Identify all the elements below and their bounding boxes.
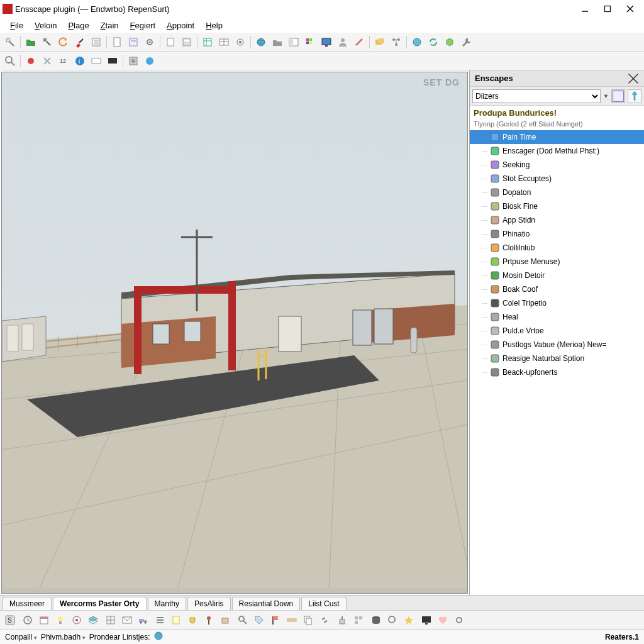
scene-tab[interactable]: Wercorms Paster Orty (53, 597, 147, 610)
tool-disk-icon[interactable] (126, 53, 141, 69)
tree-item[interactable]: ⋯ Beack-upfonerts (470, 365, 644, 379)
tool-layout-icon[interactable] (286, 35, 301, 50)
tool-screen-icon[interactable] (105, 53, 120, 69)
btool-zoom2-icon[interactable] (385, 613, 400, 628)
scene-tab[interactable]: PesAliris (187, 597, 231, 610)
btool-tag-icon[interactable] (252, 613, 267, 628)
tree-item[interactable]: ⋯ Puld.e Vrtoe (470, 324, 644, 338)
tree-item[interactable]: ⋯ Prtpuse Menuse) (470, 255, 644, 269)
menu-file[interactable]: File (5, 19, 28, 31)
menu-appoint[interactable]: Appoint (162, 19, 199, 31)
tool-undo-icon[interactable] (56, 35, 71, 50)
btool-copy-icon[interactable] (301, 613, 316, 628)
tool-page-icon[interactable] (163, 35, 178, 50)
tool-screws-icon[interactable] (40, 53, 55, 69)
btool-monitor2-icon[interactable] (419, 613, 434, 628)
btool-link-icon[interactable] (317, 613, 332, 628)
tool-form-icon[interactable] (126, 35, 141, 50)
btool-flag-icon[interactable] (268, 613, 283, 628)
scene-tab[interactable]: Liist Cust (301, 597, 346, 610)
scene-tab[interactable]: Manthy (148, 597, 186, 610)
maximize-button[interactable] (596, 1, 619, 16)
close-button[interactable] (619, 1, 641, 16)
minimize-button[interactable] (574, 1, 596, 16)
tool-gear-icon[interactable] (142, 35, 157, 50)
panel-dropdown[interactable]: Diizers (472, 89, 601, 103)
tool-folders-icon[interactable] (372, 35, 387, 50)
menu-help[interactable]: Help (201, 19, 228, 31)
btool-star-icon[interactable] (401, 613, 416, 628)
dropdown-extra-icon[interactable]: ▼ (603, 93, 609, 99)
btool-target-icon[interactable] (69, 613, 84, 628)
btool-cal-icon[interactable] (36, 613, 52, 628)
tree-item[interactable]: ⋯ Phinatio (470, 227, 644, 241)
btool-note-icon[interactable] (169, 613, 184, 628)
btool-mail-icon[interactable] (119, 613, 135, 628)
tool-brush-icon[interactable] (72, 35, 87, 50)
panel-close-button[interactable] (628, 73, 639, 84)
menu-fegiert[interactable]: Fegiert (125, 19, 160, 31)
tree-item[interactable]: ⋯ Heal (470, 310, 644, 324)
menu-veloin[interactable]: Veloin (30, 19, 62, 31)
btool-db-icon[interactable] (369, 613, 384, 628)
btool-layers-icon[interactable] (86, 613, 101, 628)
btool-grid-icon[interactable] (103, 613, 118, 628)
tool-sync-icon[interactable] (442, 35, 457, 50)
status-field-2[interactable]: Phivm.badh (41, 633, 86, 641)
tree-item[interactable]: ⋯ Biosk Fine (470, 199, 644, 213)
tree-item[interactable]: ⋯ Pustlogs Vabue (Merioa) New= (470, 338, 644, 352)
tree-item[interactable]: ⋯ Boak Coof (470, 282, 644, 296)
btool-station-icon[interactable] (335, 613, 350, 628)
tool-settings-icon[interactable] (233, 35, 248, 50)
tool-key-icon[interactable] (3, 35, 18, 50)
tree-item[interactable]: ⋯ Enscager (Dod Methul Phst:) (470, 144, 644, 158)
btool-light-icon[interactable] (53, 613, 68, 628)
3d-viewport[interactable]: SET DG (1, 72, 468, 594)
tool-open-icon[interactable] (23, 35, 38, 50)
tree-item[interactable]: ⋯ Pain Time (470, 130, 644, 144)
menu-ztain[interactable]: Ztain (96, 19, 124, 31)
btool-batch-icon[interactable] (351, 613, 366, 628)
btool-clock-icon[interactable] (20, 613, 35, 628)
tool-template-icon[interactable] (179, 35, 194, 50)
tool-globe-icon[interactable] (253, 35, 269, 50)
tool-monitor-icon[interactable] (319, 35, 334, 50)
tool-numbers-icon[interactable]: 12 (56, 53, 71, 69)
btool-pin-icon[interactable] (201, 613, 216, 628)
panel-btn-pin-icon[interactable] (628, 89, 641, 103)
panel-btn-view-icon[interactable] (611, 89, 625, 103)
tool-search-icon[interactable] (3, 53, 18, 69)
tree-item[interactable]: ⋯ Reasige Naturbal Sption (470, 352, 644, 365)
tree-item[interactable]: ⋯ Colel Tripetio (470, 296, 644, 310)
tool-record-icon[interactable] (23, 53, 38, 69)
status-globe-icon[interactable] (154, 631, 163, 642)
btool-s-icon[interactable]: S (3, 613, 18, 628)
tool-refresh-icon[interactable] (426, 35, 441, 50)
status-field-1[interactable]: Conpalll (5, 633, 37, 641)
menu-plage[interactable]: Plage (63, 19, 94, 31)
scene-tab[interactable]: Mussmeer (3, 597, 52, 610)
tool-pencil-icon[interactable] (352, 35, 367, 50)
tool-list-icon[interactable] (89, 35, 104, 50)
btool-cog-icon[interactable] (452, 613, 467, 628)
tool-doc-icon[interactable] (109, 35, 125, 50)
tool-web-icon[interactable] (142, 53, 157, 69)
btool-truck-icon[interactable] (136, 613, 151, 628)
tree-item[interactable]: ⋯ Stot Eccuptes) (470, 172, 644, 186)
tool-sheet-icon[interactable] (200, 35, 215, 50)
btool-ruler-icon[interactable] (284, 613, 299, 628)
tool-palette-icon[interactable] (303, 35, 318, 50)
btool-box-icon[interactable] (218, 613, 233, 628)
tool-globe2-icon[interactable] (409, 35, 425, 50)
btool-list-icon[interactable] (152, 613, 167, 628)
tool-card-icon[interactable] (89, 53, 104, 69)
tree-item[interactable]: ⋯ Dopaton (470, 186, 644, 199)
tool-diagram-icon[interactable] (389, 35, 404, 50)
tool-hammer-icon[interactable] (40, 35, 55, 50)
tree-item[interactable]: ⋯ Mosin Detoir (470, 269, 644, 282)
tree-item[interactable]: ⋯ Clollilnlub (470, 241, 644, 255)
tool-folder2-icon[interactable] (270, 35, 285, 50)
tree-item[interactable]: ⋯ Seeking (470, 158, 644, 172)
scene-tab[interactable]: Resiantial Down (232, 597, 301, 610)
btool-zoom-icon[interactable] (235, 613, 250, 628)
